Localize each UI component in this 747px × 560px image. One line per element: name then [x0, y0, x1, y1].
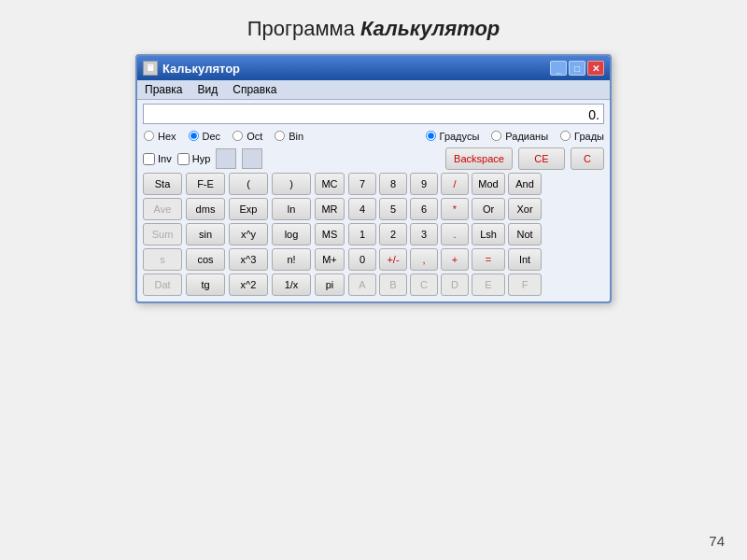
sin-button[interactable]: sin: [186, 223, 225, 245]
btn-f[interactable]: F: [508, 273, 542, 296]
btn-8[interactable]: 8: [379, 173, 407, 195]
titlebar-left: 🖩 Калькулятор: [143, 61, 240, 76]
title-bold: Калькулятор: [360, 17, 500, 40]
ms-button[interactable]: MS: [315, 223, 345, 245]
main-layout: Sta Ave Sum s Dat F-E dms sin cos tg (: [143, 173, 604, 296]
degrees-radio-group[interactable]: Градусы: [425, 130, 480, 142]
and-button[interactable]: And: [508, 173, 542, 195]
btn-6[interactable]: 6: [410, 198, 438, 220]
hyp-checkbox[interactable]: [177, 153, 190, 165]
grads-radio[interactable]: [560, 131, 571, 141]
pi-button[interactable]: pi: [315, 273, 345, 296]
xor-button[interactable]: Xor: [508, 198, 542, 220]
grads-radio-group[interactable]: Грады: [559, 130, 604, 142]
btn-plusminus[interactable]: +/-: [379, 248, 407, 271]
radians-radio[interactable]: [491, 131, 501, 141]
btn-e[interactable]: E: [472, 273, 505, 296]
btn-c[interactable]: C: [410, 273, 438, 296]
x2-button[interactable]: x^2: [229, 273, 268, 296]
inv-checkbox[interactable]: [143, 153, 155, 165]
tg-button[interactable]: tg: [186, 273, 225, 296]
lsh-button[interactable]: Lsh: [472, 223, 505, 245]
ln-button[interactable]: ln: [272, 198, 311, 220]
oct-radio[interactable]: [233, 131, 243, 141]
ce-button[interactable]: CE: [518, 147, 565, 170]
xy-button[interactable]: x^y: [229, 223, 268, 245]
recip-button[interactable]: 1/x: [272, 273, 311, 296]
menu-edit[interactable]: Правка: [141, 82, 187, 97]
or-button[interactable]: Or: [472, 198, 505, 220]
open-paren-button[interactable]: (: [229, 173, 268, 195]
oct-radio-group[interactable]: Oct: [232, 130, 262, 142]
degrees-radio[interactable]: [426, 131, 436, 141]
inv-label: Inv: [158, 153, 172, 164]
mplus-button[interactable]: M+: [315, 248, 345, 271]
nfact-button[interactable]: n!: [272, 248, 311, 271]
menubar: Правка Вид Справка: [137, 80, 610, 100]
hex-radio[interactable]: [144, 131, 154, 141]
equals-button[interactable]: =: [472, 248, 505, 271]
ave-button[interactable]: Ave: [143, 198, 182, 220]
int-button[interactable]: Int: [508, 248, 542, 271]
btn-a[interactable]: A: [348, 273, 376, 296]
bin-radio-group[interactable]: Bin: [274, 130, 303, 142]
close-button[interactable]: ✕: [587, 61, 604, 76]
btn-1[interactable]: 1: [348, 223, 376, 245]
window-wrapper: 🖩 Калькулятор _ □ ✕ Правка Вид Справка 0…: [0, 54, 747, 303]
dec-radio-group[interactable]: Dec: [188, 130, 221, 142]
bin-label: Bin: [289, 131, 303, 142]
stat-col: Sta Ave Sum s Dat: [143, 173, 182, 296]
hyp-checkbox-group[interactable]: Hyp: [177, 153, 211, 165]
calculator-window: 🖩 Калькулятор _ □ ✕ Правка Вид Справка 0…: [135, 54, 612, 303]
btn-dot[interactable]: .: [441, 223, 469, 245]
sum-button[interactable]: Sum: [143, 223, 182, 245]
maximize-button[interactable]: □: [569, 61, 585, 76]
btn-div[interactable]: /: [441, 173, 469, 195]
btn-4[interactable]: 4: [348, 198, 376, 220]
inv-checkbox-group[interactable]: Inv: [143, 153, 172, 165]
cos-button[interactable]: cos: [186, 248, 225, 271]
small-box-2: [242, 148, 262, 169]
not-button[interactable]: Not: [508, 223, 542, 245]
c-button[interactable]: C: [571, 147, 604, 170]
dat-button[interactable]: Dat: [143, 273, 182, 296]
btn-9[interactable]: 9: [410, 173, 438, 195]
minimize-button[interactable]: _: [550, 61, 567, 76]
btn-7[interactable]: 7: [348, 173, 376, 195]
s-button[interactable]: s: [143, 248, 182, 271]
mod-button[interactable]: Mod: [472, 173, 505, 195]
dec-label: Dec: [203, 131, 221, 142]
x3-button[interactable]: x^3: [229, 248, 268, 271]
fe-button[interactable]: F-E: [186, 173, 225, 195]
menu-view[interactable]: Вид: [194, 82, 222, 97]
btn-b[interactable]: B: [379, 273, 407, 296]
number-base-radios: Hex Dec Oct Bin Градусы Радианы: [137, 128, 610, 144]
radians-radio-group[interactable]: Радианы: [490, 130, 548, 142]
btn-comma[interactable]: ,: [410, 248, 438, 271]
dec-radio[interactable]: [189, 131, 199, 141]
btn-mul[interactable]: *: [441, 198, 469, 220]
mr-button[interactable]: MR: [315, 198, 345, 220]
log-button[interactable]: log: [272, 223, 311, 245]
menu-help[interactable]: Справка: [229, 82, 280, 97]
bin-radio[interactable]: [275, 131, 285, 141]
dms-button[interactable]: dms: [186, 198, 225, 220]
btn-3[interactable]: 3: [410, 223, 438, 245]
btn-2[interactable]: 2: [379, 223, 407, 245]
btn-plus[interactable]: +: [441, 248, 469, 271]
hex-radio-group[interactable]: Hex: [143, 130, 176, 142]
page-number: 74: [709, 533, 725, 549]
exp-button[interactable]: Exp: [229, 198, 268, 220]
hex-label: Hex: [158, 131, 176, 142]
btn-5[interactable]: 5: [379, 198, 407, 220]
mc-button[interactable]: MC: [315, 173, 345, 195]
backspace-button[interactable]: Backspace: [445, 147, 513, 170]
sta-button[interactable]: Sta: [143, 173, 182, 195]
radians-label: Радианы: [505, 131, 548, 142]
numpad-area: 7 8 9 / Mod And 4 5 6 * Or Xor: [348, 173, 542, 296]
window-title: Калькулятор: [162, 62, 240, 76]
btn-d[interactable]: D: [441, 273, 469, 296]
page-heading: Программа Калькулятор: [0, 0, 747, 54]
btn-0[interactable]: 0: [348, 248, 376, 271]
close-paren-button[interactable]: ): [272, 173, 311, 195]
